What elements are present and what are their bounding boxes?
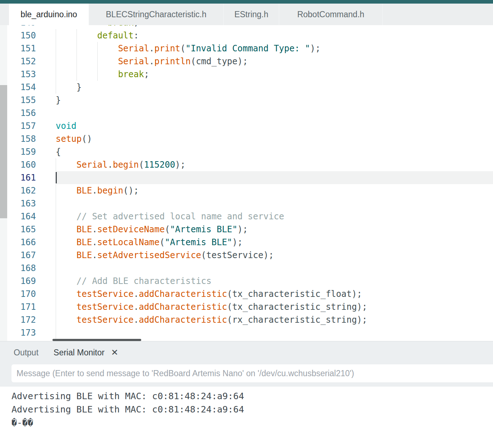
line-number: 169: [7, 275, 36, 288]
line-number: 162: [7, 184, 36, 197]
arduino-ide-window: 149 break;150 default:151 Serial.print("…: [0, 0, 493, 448]
line-number: 156: [7, 107, 36, 120]
code-text: // Add BLE characteristics: [56, 275, 211, 288]
text-cursor: [56, 172, 57, 183]
code-line: 159{: [0, 145, 493, 158]
line-number: 159: [7, 145, 36, 158]
serial-message-row: [0, 364, 493, 387]
code-text: void: [56, 120, 77, 132]
line-number: 166: [7, 236, 36, 249]
code-text: testService.addCharacteristic(tx_charact…: [56, 300, 367, 313]
line-number: 165: [7, 223, 36, 236]
serial-output-line: Advertising BLE with MAC: c0:81:48:24:a9…: [11, 389, 493, 403]
editor-tab-ble-arduino-ino[interactable]: ble_arduino.ino: [9, 4, 89, 25]
serial-output-line: �-��: [11, 416, 493, 429]
panel-tab-bar: Output Serial Monitor ✕: [0, 341, 493, 364]
vertical-scrollbar-thumb[interactable]: [0, 85, 7, 218]
line-number: 150: [7, 29, 36, 42]
code-line: 169 // Add BLE characteristics: [0, 275, 493, 288]
code-text: break;: [56, 68, 149, 81]
editor-tab-bar: ble_arduino.inoBLECStringCharacteristic.…: [0, 4, 493, 25]
serial-monitor-output: Advertising BLE with MAC: c0:81:48:24:a9…: [0, 387, 493, 448]
line-number: 172: [7, 313, 36, 326]
line-number: 151: [7, 42, 36, 55]
tab-output[interactable]: Output: [14, 348, 38, 358]
code-line: 165 BLE.setDeviceName("Artemis BLE");: [0, 223, 493, 236]
editor-tab-estring-h[interactable]: EString.h: [224, 4, 279, 25]
line-number: 157: [7, 120, 36, 132]
line-number: 158: [7, 132, 36, 145]
line-number: 155: [7, 94, 36, 107]
line-number: 171: [7, 300, 36, 313]
code-line: 153 break;: [0, 68, 493, 81]
line-number: 170: [7, 288, 36, 300]
window-accent-bar: [0, 0, 493, 4]
code-text: BLE.setLocalName("Artemis BLE");: [56, 236, 243, 249]
code-line: 155}: [0, 94, 493, 107]
code-text: Serial.print("Invalid Command Type: ");: [56, 42, 321, 55]
code-line: 154 }: [0, 81, 493, 94]
code-line: 163: [0, 197, 493, 210]
code-line: 172 testService.addCharacteristic(rx_cha…: [0, 313, 493, 326]
code-editor[interactable]: 149 break;150 default:151 Serial.print("…: [0, 16, 493, 339]
line-number: 154: [7, 81, 36, 94]
code-text: default:: [56, 29, 139, 42]
code-text: Serial.begin(115200);: [56, 158, 185, 171]
serial-output-line: Advertising BLE with MAC: c0:81:48:24:a9…: [11, 403, 493, 416]
current-line-highlight: [57, 171, 493, 184]
code-text: setup(): [56, 132, 92, 145]
line-number: 168: [7, 262, 36, 275]
code-text: {: [56, 145, 61, 158]
indent-guide: [56, 262, 56, 275]
code-text: testService.addCharacteristic(rx_charact…: [56, 313, 367, 326]
code-line: 156: [0, 107, 493, 120]
line-number: 173: [7, 326, 36, 339]
line-number: 167: [7, 249, 36, 262]
bottom-panel: Output Serial Monitor ✕ Advertising BLE …: [0, 341, 493, 448]
code-text: testService.addCharacteristic(tx_charact…: [56, 288, 362, 300]
code-text: }: [56, 94, 61, 107]
line-number: 161: [7, 171, 36, 184]
code-line: 158setup(): [0, 132, 493, 145]
tab-serial-monitor[interactable]: Serial Monitor: [54, 348, 105, 358]
code-text: }: [56, 81, 82, 94]
code-text: BLE.begin();: [56, 184, 139, 197]
code-text: Serial.println(cmd_type);: [56, 55, 248, 68]
code-line: 170 testService.addCharacteristic(tx_cha…: [0, 288, 493, 300]
code-line: 164 // Set advertised local name and ser…: [0, 210, 493, 223]
editor-tab-blecstringcharacteristic-h[interactable]: BLECStringCharacteristic.h: [89, 4, 224, 25]
line-number: 153: [7, 68, 36, 81]
code-line: 171 testService.addCharacteristic(tx_cha…: [0, 300, 493, 313]
line-number: 164: [7, 210, 36, 223]
indent-guide: [56, 197, 56, 210]
indent-guide: [56, 326, 56, 339]
code-text: BLE.setDeviceName("Artemis BLE");: [56, 223, 248, 236]
serial-message-input[interactable]: [11, 364, 493, 382]
code-text: BLE.setAdvertisedService(testService);: [56, 249, 274, 262]
code-line: 166 BLE.setLocalName("Artemis BLE");: [0, 236, 493, 249]
code-line: 162 BLE.begin();: [0, 184, 493, 197]
line-number: 152: [7, 55, 36, 68]
line-number: 160: [7, 158, 36, 171]
code-line: 160 Serial.begin(115200);: [0, 158, 493, 171]
code-line: 151 Serial.print("Invalid Command Type: …: [0, 42, 493, 55]
code-line: 157void: [0, 120, 493, 132]
code-line: 150 default:: [0, 29, 493, 42]
close-icon[interactable]: ✕: [111, 348, 118, 357]
code-line: 152 Serial.println(cmd_type);: [0, 55, 493, 68]
code-line: 167 BLE.setAdvertisedService(testService…: [0, 249, 493, 262]
code-line: 168: [0, 262, 493, 275]
code-text: // Set advertised local name and service: [56, 210, 284, 223]
line-number: 163: [7, 197, 36, 210]
editor-tab-robotcommand-h[interactable]: RobotCommand.h: [279, 4, 383, 25]
code-line: 173: [0, 326, 493, 339]
code-line: 161: [0, 171, 493, 184]
